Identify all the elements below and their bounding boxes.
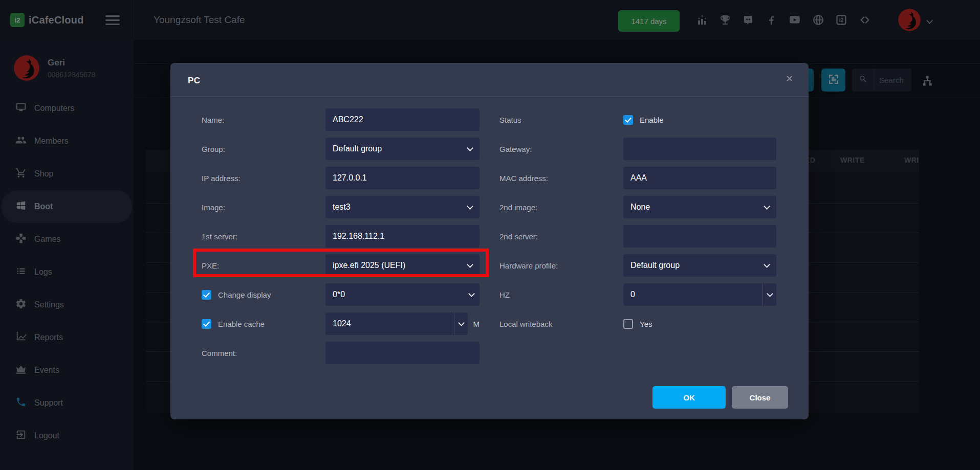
field-label: 1st server: [202,232,325,241]
field-label: MAC address: [499,174,623,183]
field-label: HZ [499,290,623,299]
modal-title: PC [188,76,201,86]
hardware-profile-select[interactable]: Default group [623,254,776,277]
change-display-checkbox[interactable] [202,290,211,300]
field-row-pxe: PXE: ipxe.efi 2025 (UEFI) [202,254,480,277]
chevron-down-icon [764,261,770,268]
field-label: Comment: [202,349,325,357]
field-label: Status [499,116,623,124]
field-label: Image: [202,203,325,212]
field-row-status: Status Enable [499,108,776,131]
comment-input[interactable] [325,342,480,364]
field-row-name: Name: ABC222 [202,108,480,131]
field-row-gateway: Gateway: [499,138,776,160]
chevron-down-icon [767,290,773,297]
second-image-select[interactable]: None [623,196,776,218]
checkbox-label: Enable cache [218,320,265,328]
checkbox-label: Enable [640,116,664,124]
field-label: Change display [202,290,325,300]
ok-button[interactable]: OK [652,386,726,409]
field-label: Gateway: [499,145,623,153]
app-root: i2 iCafeCloud Youngzsoft Test Cafe 1417 … [0,0,980,470]
mac-address-input[interactable]: AAA [623,167,776,189]
field-label: 2nd image: [499,203,623,212]
field-label: Local writeback [499,320,623,328]
cache-size-select[interactable]: 1024 [325,312,468,335]
field-label: Group: [202,145,325,153]
field-row-1st-server: 1st server: 192.168.112.1 [202,225,480,248]
gateway-input[interactable] [623,138,776,160]
field-label: IP address: [202,174,325,183]
status-enable-checkbox[interactable] [623,115,633,125]
field-label: Hardware profile: [499,261,623,270]
field-label: Name: [202,116,325,124]
image-select[interactable]: test3 [325,196,480,218]
field-label: 2nd server: [499,232,623,241]
field-row-mac: MAC address: AAA [499,167,776,189]
display-resolution-select[interactable]: 0*0 [325,283,480,306]
field-row-change-display: Change display 0*0 [202,283,480,306]
chevron-down-icon [468,290,475,297]
chevron-down-icon [467,145,473,151]
field-row-2nd-image: 2nd image: None [499,196,776,218]
select-divider [763,283,763,306]
chevron-down-icon [467,203,473,210]
field-row-hardware-profile: Hardware profile: Default group [499,254,776,277]
ip-address-input[interactable]: 127.0.0.1 [325,167,480,189]
pxe-select[interactable]: ipxe.efi 2025 (UEFI) [325,254,480,277]
pc-modal: PC ✕ Name: ABC222 Group: Default group I… [170,63,809,419]
checkbox-label: Yes [640,320,652,328]
field-label: PXE: [202,261,325,270]
chevron-down-icon [467,261,473,268]
chevron-down-icon [764,203,770,210]
first-server-input[interactable]: 192.168.112.1 [325,225,480,248]
modal-header-divider [170,96,809,97]
enable-cache-checkbox[interactable] [202,319,211,329]
chevron-down-icon [458,320,465,326]
field-row-2nd-server: 2nd server: [499,225,776,248]
close-icon[interactable]: ✕ [783,71,795,86]
field-row-image: Image: test3 [202,196,480,218]
checkbox-label: Change display [218,290,271,299]
field-row-comment: Comment: [202,342,480,364]
hz-select[interactable]: 0 [623,283,776,306]
second-server-input[interactable] [623,225,776,248]
local-writeback-checkbox[interactable] [623,319,633,329]
field-row-ip: IP address: 127.0.0.1 [202,167,480,189]
group-select[interactable]: Default group [325,138,480,160]
name-input[interactable]: ABC222 [325,108,480,131]
modal-right-column: Status Enable Gateway: MAC address: AAA … [499,108,776,335]
field-row-local-writeback: Local writeback Yes [499,312,776,335]
field-row-enable-cache: Enable cache 1024 M [202,312,480,335]
field-row-hz: HZ 0 [499,283,776,306]
modal-left-column: Name: ABC222 Group: Default group IP add… [202,108,480,364]
select-divider [454,312,454,335]
modal-footer: OK Close [652,386,788,409]
field-label: Enable cache [202,319,325,329]
field-row-group: Group: Default group [202,138,480,160]
close-button[interactable]: Close [732,386,788,409]
cache-unit-label: M [473,320,480,328]
